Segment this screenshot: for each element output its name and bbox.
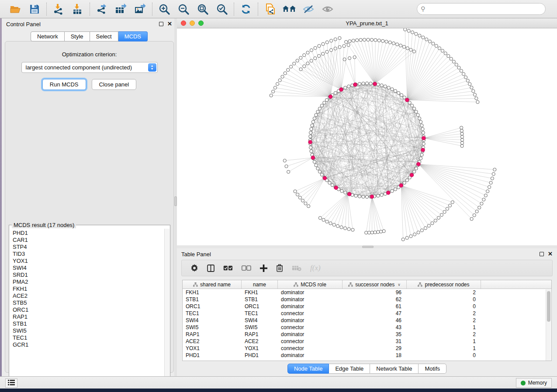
network-node[interactable] <box>411 104 414 107</box>
network-node[interactable] <box>310 59 313 62</box>
network-node[interactable] <box>318 107 321 110</box>
mcds-result-item[interactable]: YOX1 <box>13 258 165 265</box>
mcds-dominator-node[interactable] <box>308 140 312 144</box>
network-node[interactable] <box>313 117 316 120</box>
network-node[interactable] <box>320 104 323 107</box>
network-node[interactable] <box>413 233 416 236</box>
network-node[interactable] <box>315 113 318 117</box>
first-neighbors-button[interactable] <box>283 3 296 16</box>
mcds-dominator-node[interactable] <box>353 83 357 87</box>
tab-mcds[interactable]: MCDS <box>118 31 148 41</box>
network-node[interactable] <box>460 69 463 72</box>
network-node[interactable] <box>451 201 454 204</box>
network-node[interactable] <box>404 28 407 31</box>
network-node[interactable] <box>412 170 415 173</box>
network-node[interactable] <box>331 184 334 187</box>
network-node[interactable] <box>491 177 494 180</box>
network-node[interactable] <box>318 170 321 173</box>
mcds-result-item[interactable]: STP4 <box>13 244 165 251</box>
mcds-dominator-node[interactable] <box>339 88 343 92</box>
network-node[interactable] <box>287 170 290 173</box>
mcds-dominator-node[interactable] <box>410 173 414 177</box>
mcds-result-item[interactable]: ORC1 <box>13 306 165 313</box>
network-node[interactable] <box>377 230 380 234</box>
network-node[interactable] <box>415 32 418 35</box>
network-node[interactable] <box>270 94 273 97</box>
column-header-shared-name[interactable]: shared name <box>183 280 242 289</box>
network-node[interactable] <box>316 110 319 113</box>
network-node[interactable] <box>328 181 331 184</box>
mcds-dominator-node[interactable] <box>348 192 352 196</box>
network-node[interactable] <box>422 36 425 39</box>
column-header-name[interactable]: name <box>242 280 278 289</box>
network-node[interactable] <box>470 86 473 89</box>
float-panel-icon[interactable] <box>540 252 544 256</box>
network-node[interactable] <box>409 235 412 238</box>
network-node[interactable] <box>334 47 337 50</box>
table-row[interactable]: FKH1FKH1dominator962 <box>183 289 551 296</box>
network-node[interactable] <box>448 204 451 207</box>
table-scrollbar[interactable] <box>546 289 551 361</box>
network-node[interactable] <box>380 193 383 196</box>
tab-edge-table[interactable]: Edge Table <box>329 364 370 374</box>
import-network-button[interactable] <box>52 3 65 16</box>
network-node[interactable] <box>431 222 434 225</box>
zoom-selected-button[interactable] <box>215 3 228 16</box>
network-node[interactable] <box>384 85 387 88</box>
network-node[interactable] <box>460 135 464 138</box>
network-node[interactable] <box>296 59 299 62</box>
table-row[interactable]: ACE2ACE2connector311 <box>183 338 551 345</box>
mcds-result-item[interactable]: SRD1 <box>13 272 165 279</box>
network-node[interactable] <box>422 142 425 145</box>
mcds-result-item[interactable]: STB1 <box>13 320 165 327</box>
network-node[interactable] <box>362 195 365 198</box>
export-network-button[interactable] <box>95 3 108 16</box>
network-node[interactable] <box>428 40 431 43</box>
network-node[interactable] <box>460 126 463 129</box>
search-input[interactable] <box>417 3 546 15</box>
optimization-criterion-select[interactable]: largest connected component (undirected)… <box>21 62 158 73</box>
network-node[interactable] <box>446 207 449 210</box>
network-node[interactable] <box>399 44 402 47</box>
network-node[interactable] <box>306 51 309 54</box>
network-node[interactable] <box>452 60 455 63</box>
network-node[interactable] <box>340 189 343 193</box>
network-node[interactable] <box>311 120 315 124</box>
network-node[interactable] <box>457 66 460 69</box>
network-node[interactable] <box>492 172 495 175</box>
mcds-dominator-node[interactable] <box>334 186 338 190</box>
network-node[interactable] <box>310 48 313 52</box>
network-node[interactable] <box>343 227 346 230</box>
network-node[interactable] <box>348 57 351 60</box>
network-node[interactable] <box>388 41 391 44</box>
network-node[interactable] <box>460 132 464 135</box>
network-node[interactable] <box>420 124 423 127</box>
network-node[interactable] <box>322 52 325 55</box>
network-node[interactable] <box>344 86 347 89</box>
horizontal-splitter-handle[interactable] <box>362 246 374 248</box>
table-row[interactable]: YOX1YOX1connector291 <box>183 345 551 352</box>
table-row[interactable]: ORC1ORC1dominator610 <box>183 303 551 310</box>
network-node[interactable] <box>284 72 287 75</box>
network-node[interactable] <box>309 131 312 134</box>
mcds-dominator-node[interactable] <box>370 195 374 199</box>
mcds-result-item[interactable]: FKH1 <box>13 285 165 292</box>
mcds-result-item[interactable]: STB5 <box>13 299 165 306</box>
network-node[interactable] <box>330 39 333 42</box>
network-node[interactable] <box>325 220 329 223</box>
mcds-dominator-node[interactable] <box>323 176 327 180</box>
network-node[interactable] <box>411 31 414 34</box>
network-node[interactable] <box>322 218 325 221</box>
network-node[interactable] <box>348 40 351 43</box>
network-node[interactable] <box>303 65 306 68</box>
network-node[interactable] <box>343 58 346 61</box>
network-node[interactable] <box>438 47 441 50</box>
mcds-result-list[interactable]: PHD1CAR1STP4TID3YOX1SWI4SRD1PMA2FKH1ACE2… <box>10 229 165 384</box>
network-node[interactable] <box>464 76 467 79</box>
network-node[interactable] <box>343 45 346 48</box>
network-node[interactable] <box>374 231 377 234</box>
table-row[interactable]: SWI5SWI5connector431 <box>183 324 551 331</box>
network-node[interactable] <box>480 202 483 205</box>
network-node[interactable] <box>273 86 277 89</box>
table-row[interactable]: STB1STB1dominator620 <box>183 296 551 303</box>
